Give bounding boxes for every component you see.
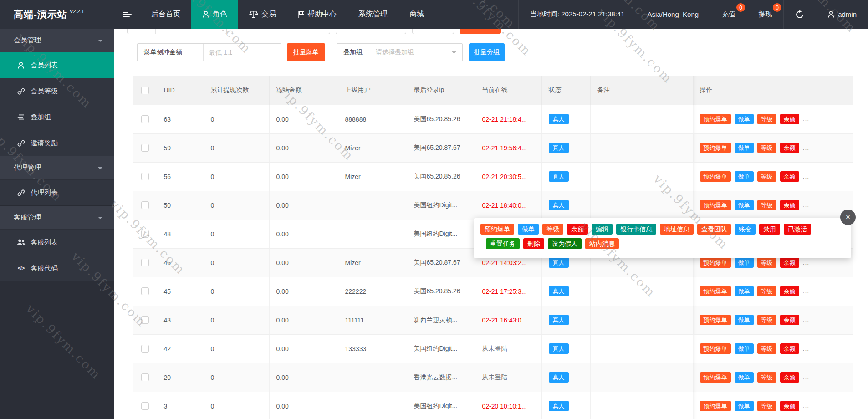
row-checkbox[interactable] — [141, 287, 149, 295]
status-badge[interactable]: 真人 — [549, 315, 569, 325]
popup-action-button[interactable]: 余额 — [567, 224, 588, 235]
sidebar-section-1[interactable]: 代理管理 — [0, 156, 114, 180]
row-checkbox[interactable] — [141, 373, 149, 381]
balance-button[interactable]: 余额 — [780, 343, 799, 354]
row-checkbox[interactable] — [141, 144, 149, 152]
reserve-burst-button[interactable]: 预约爆单 — [700, 143, 731, 153]
popup-action-button[interactable]: 地址信息 — [660, 224, 694, 235]
row-checkbox[interactable] — [141, 316, 149, 324]
status-badge[interactable]: 真人 — [549, 343, 569, 354]
level-button[interactable]: 等级 — [757, 401, 776, 411]
row-checkbox[interactable] — [141, 402, 149, 410]
popup-action-button[interactable]: 站内消息 — [585, 238, 619, 249]
popup-action-button[interactable]: 禁用 — [759, 224, 780, 235]
do-order-button[interactable]: 做单 — [735, 200, 754, 210]
reserve-burst-button[interactable]: 预约爆单 — [700, 315, 731, 325]
level-button[interactable]: 等级 — [757, 171, 776, 182]
reserve-burst-button[interactable]: 预约爆单 — [700, 343, 731, 354]
status-badge[interactable]: 真人 — [549, 143, 569, 153]
more-actions-button[interactable]: ... — [803, 173, 810, 180]
stack-group-select[interactable]: 请选择叠加组 — [370, 44, 462, 61]
sidebar-item[interactable]: 会员列表 — [0, 52, 114, 78]
level-button[interactable]: 等级 — [757, 372, 776, 383]
do-order-button[interactable]: 做单 — [735, 401, 754, 411]
sidebar-item[interactable]: 会员等级 — [0, 78, 114, 104]
account-menu[interactable]: admin — [816, 0, 868, 29]
popup-action-button[interactable]: 已激活 — [784, 224, 811, 235]
level-button[interactable]: 等级 — [757, 143, 776, 153]
level-button[interactable]: 等级 — [757, 315, 776, 325]
more-actions-button[interactable]: ... — [803, 201, 810, 209]
select-all-checkbox[interactable] — [141, 87, 149, 94]
sidebar-item[interactable]: 叠加组 — [0, 104, 114, 130]
do-order-button[interactable]: 做单 — [735, 171, 754, 182]
status-badge[interactable]: 真人 — [549, 114, 569, 124]
popup-action-button[interactable]: 做单 — [518, 224, 539, 235]
row-checkbox[interactable] — [141, 173, 149, 180]
filter-input-partial-2[interactable] — [231, 29, 330, 34]
balance-button[interactable]: 余额 — [780, 257, 799, 268]
balance-button[interactable]: 余额 — [780, 114, 799, 124]
nav-item-4[interactable]: 系统管理 — [347, 0, 398, 29]
balance-button[interactable]: 余额 — [780, 401, 799, 411]
burst-amount-input[interactable] — [204, 44, 281, 61]
level-button[interactable]: 等级 — [757, 343, 776, 354]
do-order-button[interactable]: 做单 — [735, 257, 754, 268]
nav-item-1[interactable]: 角色 — [191, 0, 238, 29]
row-checkbox[interactable] — [141, 230, 149, 238]
popup-action-button[interactable]: 删除 — [523, 238, 544, 249]
sidebar-section-0[interactable]: 会员管理 — [0, 29, 114, 52]
sidebar-item[interactable]: 邀请奖励 — [0, 130, 114, 156]
do-order-button[interactable]: 做单 — [735, 315, 754, 325]
balance-button[interactable]: 余额 — [780, 372, 799, 383]
row-checkbox[interactable] — [141, 201, 149, 209]
recharge-button[interactable]: 充值 0 — [710, 0, 747, 29]
filter-input-partial-3[interactable] — [336, 29, 406, 34]
sidebar-toggle-button[interactable] — [114, 0, 140, 29]
status-badge[interactable]: 真人 — [549, 171, 569, 182]
more-actions-button[interactable]: ... — [803, 259, 810, 266]
status-badge[interactable]: 真人 — [549, 257, 569, 268]
reserve-burst-button[interactable]: 预约爆单 — [700, 200, 731, 210]
balance-button[interactable]: 余额 — [780, 200, 799, 210]
popup-action-button[interactable]: 设为假人 — [548, 238, 582, 249]
reserve-burst-button[interactable]: 预约爆单 — [700, 171, 731, 182]
level-button[interactable]: 等级 — [757, 286, 776, 296]
row-checkbox[interactable] — [141, 345, 149, 353]
do-order-button[interactable]: 做单 — [735, 114, 754, 124]
batch-burst-button[interactable]: 批量爆单 — [287, 43, 325, 61]
more-actions-button[interactable]: ... — [803, 345, 810, 352]
level-button[interactable]: 等级 — [757, 114, 776, 124]
reserve-burst-button[interactable]: 预约爆单 — [700, 401, 731, 411]
sidebar-item[interactable]: 代理列表 — [0, 180, 114, 206]
close-icon[interactable]: × — [840, 210, 856, 225]
more-actions-button[interactable]: ... — [803, 287, 810, 295]
popup-action-button[interactable]: 预约爆单 — [480, 224, 514, 235]
do-order-button[interactable]: 做单 — [735, 143, 754, 153]
more-actions-button[interactable]: ... — [803, 402, 810, 409]
reserve-burst-button[interactable]: 预约爆单 — [700, 372, 731, 383]
row-checkbox[interactable] — [141, 259, 149, 266]
nav-item-2[interactable]: 交易 — [238, 0, 287, 29]
filter-select-partial[interactable] — [412, 29, 454, 34]
reserve-burst-button[interactable]: 预约爆单 — [700, 114, 731, 124]
popup-action-button[interactable]: 查看团队 — [697, 224, 731, 235]
balance-button[interactable]: 余额 — [780, 286, 799, 296]
balance-button[interactable]: 余额 — [780, 315, 799, 325]
nav-item-3[interactable]: 帮助中心 — [287, 0, 347, 29]
balance-button[interactable]: 余额 — [780, 171, 799, 182]
do-order-button[interactable]: 做单 — [735, 372, 754, 383]
popup-action-button[interactable]: 重置任务 — [486, 238, 520, 249]
popup-action-button[interactable]: 等级 — [542, 224, 563, 235]
filter-input-partial-1[interactable] — [127, 29, 227, 34]
more-actions-button[interactable]: ... — [803, 316, 810, 323]
status-badge[interactable]: 真人 — [549, 401, 569, 411]
level-button[interactable]: 等级 — [757, 200, 776, 210]
sidebar-section-2[interactable]: 客服管理 — [0, 206, 114, 230]
more-actions-button[interactable]: ... — [803, 144, 810, 151]
nav-item-0[interactable]: 后台首页 — [140, 0, 191, 29]
balance-button[interactable]: 余额 — [780, 143, 799, 153]
status-badge[interactable]: 真人 — [549, 200, 569, 210]
search-button-partial[interactable] — [460, 29, 501, 34]
popup-action-button[interactable]: 编辑 — [592, 224, 613, 235]
